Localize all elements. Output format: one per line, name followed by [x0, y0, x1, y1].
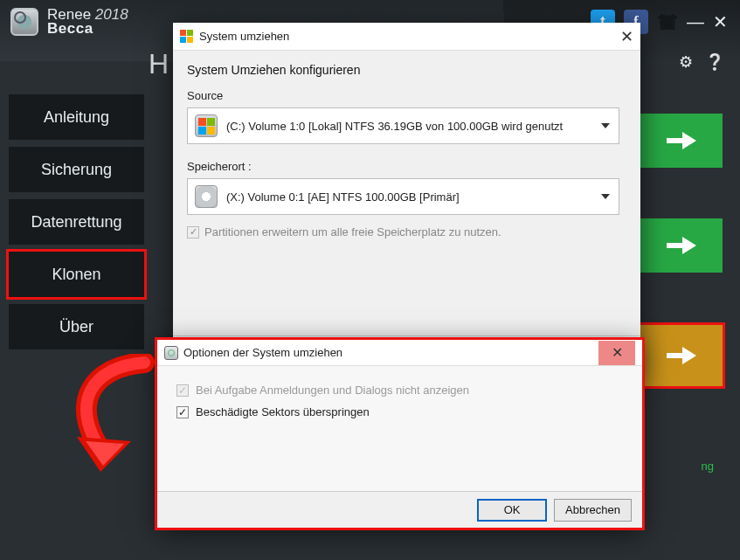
- tshirt-icon[interactable]: [657, 14, 678, 30]
- chevron-down-icon: [601, 123, 610, 128]
- dest-value: (X:) Volume 0:1 [AE] NTFS 100.00GB [Prim…: [226, 190, 460, 204]
- opt1-label: Bei Aufgabe Anmeldungen und Dialogs nich…: [196, 384, 469, 397]
- dest-dropdown[interactable]: (X:) Volume 0:1 [AE] NTFS 100.00GB [Prim…: [187, 178, 619, 215]
- cancel-button[interactable]: Abbrechen: [554, 499, 632, 522]
- sidebar-item-sicherung[interactable]: Sicherung: [9, 147, 144, 192]
- sidebar-item-klonen[interactable]: Klonen: [9, 252, 144, 297]
- dialog1-titlebar: System umziehen ✕: [173, 23, 640, 51]
- dialog-system-umziehen: System umziehen ✕ System Umziehen konfig…: [173, 23, 640, 372]
- ok-button[interactable]: OK: [477, 499, 547, 522]
- sidebar-item-ueber[interactable]: Über: [9, 304, 144, 349]
- close-app-button[interactable]: ✕: [713, 11, 728, 32]
- opt2-label: Beschädigte Sektors überspringen: [196, 405, 370, 418]
- source-value: (C:) Volume 1:0 [Lokal] NTFS 36.19GB von…: [226, 120, 563, 133]
- callout-arrow-icon: [61, 354, 183, 476]
- app-logo-icon: [10, 8, 38, 36]
- windows-icon: [180, 30, 194, 44]
- dest-label: Speicherort :: [187, 160, 626, 173]
- dialog2-titlebar: Optionen der System umziehen ✕: [157, 340, 642, 366]
- help-icon[interactable]: ❔: [705, 52, 724, 72]
- chevron-down-icon: [601, 194, 610, 199]
- action-card-2[interactable]: [640, 218, 723, 273]
- extend-partition-row: ✓ Partitionen erweitern um alle freie Sp…: [187, 225, 626, 239]
- app-title: Renee 2018 Becca: [47, 8, 128, 36]
- settings-icon[interactable]: ⚙: [679, 52, 693, 72]
- arrow-right-icon: [682, 237, 696, 254]
- arrow-right-icon: [682, 347, 696, 364]
- bg-text-fragment: ng: [702, 460, 714, 473]
- source-dropdown[interactable]: (C:) Volume 1:0 [Lokal] NTFS 36.19GB von…: [187, 107, 619, 144]
- extend-partition-checkbox[interactable]: ✓: [187, 226, 199, 239]
- dialog1-close-button[interactable]: ✕: [620, 27, 633, 46]
- arrow-right-icon: [682, 132, 696, 149]
- dialog1-title: System umziehen: [199, 30, 289, 43]
- action-card-1[interactable]: [640, 114, 723, 168]
- extend-partition-label: Partitionen erweitern um alle freie Spei…: [204, 225, 501, 239]
- sidebar-item-anleitung[interactable]: Anleitung: [9, 94, 144, 140]
- source-label: Source: [187, 89, 626, 102]
- page-heading-fragment: H: [149, 48, 169, 80]
- app-title-year: 2018: [95, 6, 128, 23]
- dialog2-close-button[interactable]: ✕: [598, 341, 635, 365]
- app-title-sub: Becca: [47, 22, 128, 36]
- action-card-3-selected[interactable]: [640, 325, 723, 386]
- dialog2-title: Optionen der System umziehen: [183, 346, 342, 359]
- windows-drive-icon: [195, 114, 218, 137]
- dialog1-subtitle: System Umziehen konfigurieren: [187, 63, 626, 77]
- sidebar: Anleitung Sicherung Datenrettung Klonen …: [9, 94, 144, 356]
- disk-drive-icon: [195, 185, 218, 208]
- sidebar-item-datenrettung[interactable]: Datenrettung: [9, 199, 144, 245]
- dialog-options: Optionen der System umziehen ✕ ✓ Bei Auf…: [157, 340, 642, 528]
- minimize-button[interactable]: —: [687, 12, 704, 32]
